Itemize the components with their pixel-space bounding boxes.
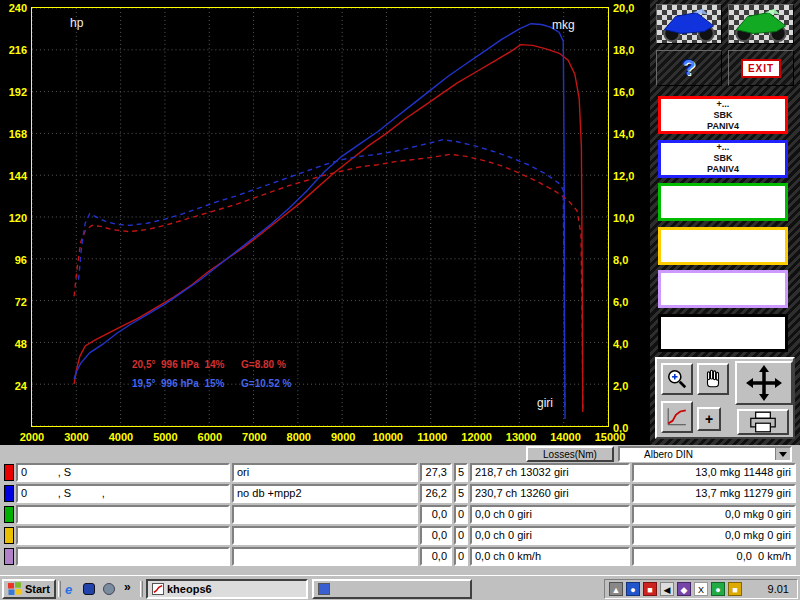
run-color-swatch[interactable] <box>4 464 14 481</box>
gear-selector-value: Albero DIN <box>620 449 775 460</box>
run-temp-field: 26,2 <box>420 484 452 503</box>
run-slot-1[interactable]: +...SBKPANIV4 <box>658 96 788 134</box>
run-name-field[interactable] <box>16 505 230 524</box>
run-slot-4[interactable] <box>658 227 788 265</box>
blue-bike-button[interactable] <box>656 4 722 44</box>
chevron-down-icon <box>779 452 787 457</box>
quick-launch-icon-2[interactable] <box>80 581 97 597</box>
run-slot-label: SBK <box>713 153 732 164</box>
print-button[interactable] <box>737 409 789 435</box>
printer-icon <box>748 411 778 433</box>
hp-axis-label: hp <box>70 16 83 30</box>
hp-axis-tick: 192 <box>9 86 27 98</box>
tray-icon-7[interactable]: ● <box>711 582 725 596</box>
taskbar-clock[interactable]: 9.01 <box>768 583 793 595</box>
run-slot-5[interactable] <box>658 270 788 308</box>
rpm-axis-tick: 10000 <box>368 431 408 443</box>
rpm-axis-tick: 3000 <box>56 431 96 443</box>
volume-icon[interactable]: ◀ <box>660 582 674 596</box>
rpm-axis-label: giri <box>537 396 553 410</box>
rpm-axis-tick: 15000 <box>590 431 630 443</box>
app-icon <box>83 583 95 595</box>
dyno-curves <box>32 8 608 426</box>
move-arrows-button[interactable] <box>735 361 793 405</box>
add-button[interactable]: + <box>697 407 721 431</box>
zoom-in-button[interactable] <box>661 363 693 395</box>
run-color-swatch[interactable] <box>4 485 14 502</box>
mkg-axis-tick: 20,0 <box>613 2 634 14</box>
plot-area[interactable]: hp mkg giri 20,5° 996 hPa 14% G=8.80 % 1… <box>31 7 609 427</box>
kheops6-app-icon <box>152 583 164 595</box>
mkg-axis-tick: 18,0 <box>613 44 634 56</box>
question-mark-icon: ? <box>682 55 695 81</box>
tray-icon-5[interactable]: ◆ <box>677 582 691 596</box>
run-slot-label: PANIV4 <box>707 121 739 132</box>
run-torque-readout: 0,0 0 km/h <box>632 547 796 566</box>
mkg-axis-tick: 12,0 <box>613 170 634 182</box>
run-comment-field[interactable] <box>232 526 418 545</box>
chart-region: 24021619216814412096724824 20,018,016,01… <box>0 0 650 445</box>
mkg-axis: 20,018,016,014,012,010,08,06,04,02,00,0 <box>611 0 649 445</box>
mkg-axis-tick: 8,0 <box>613 254 628 266</box>
mkg-axis-tick: 14,0 <box>613 128 634 140</box>
losses-button[interactable]: Losses(Nm) <box>526 446 614 462</box>
tray-icon-1[interactable]: ▲ <box>609 582 623 596</box>
run-count-field: 0 <box>454 505 468 524</box>
mkg-axis-tick: 4,0 <box>613 338 628 350</box>
pan-hand-button[interactable] <box>697 363 729 395</box>
controls-row: Losses(Nm) Albero DIN <box>0 445 800 463</box>
hp-axis-tick: 96 <box>15 254 27 266</box>
plus-icon: + <box>705 411 713 427</box>
curve-tool-button[interactable] <box>661 401 693 433</box>
run-name-field[interactable] <box>16 526 230 545</box>
curve-icon <box>666 406 688 428</box>
run-comment-field[interactable]: ori <box>232 463 418 482</box>
start-button[interactable]: Start <box>2 579 56 599</box>
run-slot-3[interactable] <box>658 183 788 221</box>
run-color-swatch[interactable] <box>4 527 14 544</box>
xear3d-icon[interactable]: X <box>694 582 708 596</box>
run-name-field[interactable]: 0 , S , <box>16 484 230 503</box>
hp-axis-tick: 240 <box>9 2 27 14</box>
quick-launch-overflow-chevron[interactable]: » <box>124 580 131 594</box>
gear-selector-dropdown[interactable]: Albero DIN <box>618 446 792 462</box>
exit-button[interactable]: EXIT <box>728 50 794 86</box>
run-power-readout: 0,0 ch 0 km/h <box>470 547 630 566</box>
run-slot-2[interactable]: +...SBKPANIV4 <box>658 140 788 178</box>
green-bike-button[interactable] <box>728 4 794 44</box>
run-count-field: 5 <box>454 463 468 482</box>
run-comment-field[interactable] <box>232 505 418 524</box>
table-row: 0 , Sori27,35218,7 ch 13032 giri13,0 mkg… <box>0 463 800 482</box>
run-slot-label: +... <box>717 99 730 110</box>
tray-icon-8[interactable]: ■ <box>728 582 742 596</box>
taskbar-task-kheops6[interactable]: kheops6 <box>146 579 308 599</box>
tray-icon-3[interactable]: ■ <box>643 582 657 596</box>
run-comment-field[interactable]: no db +mpp2 <box>232 484 418 503</box>
toolbar-gripper <box>140 581 143 597</box>
mkg-axis-tick: 16,0 <box>613 86 634 98</box>
table-row: 0,000,0 ch 0 km/h0,0 0 km/h <box>0 547 800 566</box>
run-name-field[interactable] <box>16 547 230 566</box>
rpm-axis-tick: 14000 <box>546 431 586 443</box>
run1-conditions-annotation: 20,5° 996 hPa 14% G=8.80 % <box>132 359 286 370</box>
run-color-swatch[interactable] <box>4 506 14 523</box>
taskbar-task-2[interactable] <box>312 579 472 599</box>
quick-launch-icon-3[interactable] <box>100 581 117 597</box>
run-slot-6[interactable] <box>658 314 788 352</box>
rpm-axis-tick: 12000 <box>457 431 497 443</box>
run-color-swatch[interactable] <box>4 548 14 565</box>
rpm-axis-tick: 9000 <box>323 431 363 443</box>
mkg-axis-tick: 6,0 <box>613 296 628 308</box>
internet-explorer-icon[interactable]: e <box>60 581 77 597</box>
four-way-arrows-icon <box>744 363 784 403</box>
tray-icon-2[interactable]: ● <box>626 582 640 596</box>
help-button[interactable]: ? <box>656 50 722 86</box>
dropdown-arrow-button[interactable] <box>775 448 790 460</box>
run-count-field: 5 <box>454 484 468 503</box>
run-name-field[interactable]: 0 , S <box>16 463 230 482</box>
run-temp-field: 0,0 <box>420 505 452 524</box>
system-tray: ▲●■◀◆X●■9.01 <box>604 579 798 599</box>
run-power-readout: 230,7 ch 13260 giri <box>470 484 630 503</box>
run-comment-field[interactable] <box>232 547 418 566</box>
hand-icon <box>702 368 724 390</box>
